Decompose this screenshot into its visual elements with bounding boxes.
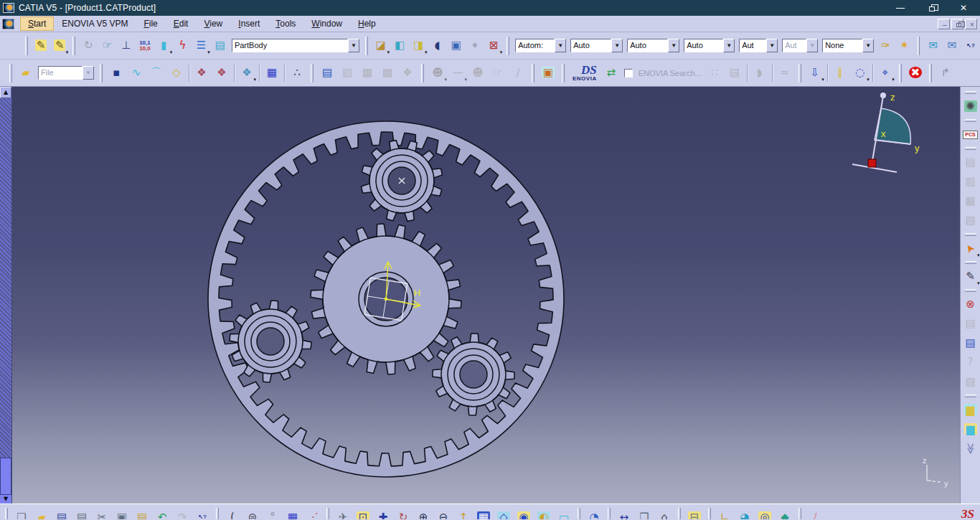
seat-icon[interactable]: ◆ [776, 508, 794, 519]
list-view-icon[interactable]: ☰▾ [192, 36, 209, 55]
view-style-3-icon[interactable]: ◨▾ [410, 36, 427, 55]
toolbar-grip[interactable] [311, 64, 314, 82]
redo-icon[interactable]: ↷ [173, 508, 192, 519]
telephone-dial-icon[interactable]: ⊜ [243, 508, 262, 519]
toolbar-grip[interactable] [965, 233, 976, 236]
gray-tool-2-icon[interactable]: ▩ [358, 63, 377, 82]
toolbar-grip[interactable] [100, 64, 103, 82]
auto-combo-5[interactable]: Aut▼ [739, 39, 778, 52]
toolbar-grip[interactable] [421, 64, 424, 82]
file-combo-arrow[interactable]: ▼ [83, 66, 94, 80]
dropdown-arrow-icon[interactable]: ▾ [892, 77, 895, 82]
none-combo-value[interactable]: None [822, 39, 862, 52]
toolbar-grip[interactable] [365, 37, 368, 55]
partbody-combo-value[interactable]: PartBody [232, 39, 348, 52]
left-scrollbar[interactable]: ▲ ▼ [0, 87, 12, 504]
clipboard-icon[interactable]: ⊟ [685, 508, 704, 519]
toolbar-grip[interactable] [507, 37, 509, 55]
none-combo-arrow[interactable]: ▼ [862, 39, 874, 52]
doc-gray-1-icon[interactable]: ▤ [961, 153, 980, 172]
zoom-in-icon[interactable]: ⊕ [414, 508, 433, 519]
section-planes-icon[interactable]: ∥ [831, 63, 849, 82]
file-combo-value[interactable]: File [38, 66, 83, 80]
paintbrush-icon[interactable]: ✑ [877, 36, 894, 55]
more-chevron-icon[interactable]: ≫ [961, 439, 980, 458]
manipulation-icon[interactable]: ☞ [98, 36, 116, 55]
dropdown-arrow-icon[interactable]: ▾ [444, 77, 447, 82]
lock-icon[interactable]: ⌂ [655, 508, 674, 519]
spline-icon[interactable]: ∿ [127, 63, 146, 82]
dropdown-arrow-icon[interactable]: ▾ [464, 77, 467, 82]
exit-session-icon[interactable]: ✖ [906, 63, 925, 82]
swoosh-icon[interactable]: ≈ [776, 63, 794, 82]
minimize-button[interactable]: — [894, 3, 907, 13]
doc-gray-2-icon[interactable]: ▥ [961, 172, 980, 192]
auto-combo-3-value[interactable]: Auto [627, 39, 668, 52]
gray-tool-4-icon[interactable]: ❖ [398, 63, 417, 82]
doc-close-button[interactable]: × [965, 19, 977, 29]
open-sketch-icon[interactable]: ✎▾ [51, 36, 68, 55]
gray-tool-3-icon[interactable]: ▩ [378, 63, 397, 82]
select-face-icon[interactable]: ❖ [192, 63, 211, 82]
gear-assembly[interactable]: H [12, 87, 960, 504]
form-editor-icon[interactable]: ▤ [318, 63, 336, 82]
toolbar-grip[interactable] [678, 508, 681, 519]
pcs-icon[interactable]: PCS [961, 125, 980, 144]
doc-minimize-button[interactable]: – [938, 19, 950, 29]
pad-icon[interactable]: ▮▾ [155, 36, 172, 55]
auto-combo-4-value[interactable]: Auto [684, 39, 723, 52]
point-icon[interactable]: ▪ [107, 63, 126, 82]
view-style-5-icon[interactable]: ▣ [448, 36, 465, 55]
auto-combo-6-arrow[interactable]: ▼ [806, 39, 818, 52]
head-icon[interactable]: ☻ [468, 63, 487, 82]
partbody-combo[interactable]: PartBody▼ [232, 39, 359, 52]
help-gray-icon[interactable]: ? [961, 353, 980, 372]
gear-icon[interactable]: ✺ [961, 97, 980, 116]
form-gray-icon[interactable]: ▤ [961, 314, 980, 334]
close-button[interactable]: ✕ [957, 3, 970, 13]
full-screen-icon[interactable]: ▭ [555, 508, 573, 519]
whats-this-icon[interactable]: ↖? [962, 36, 979, 55]
auto-combo-2-arrow[interactable]: ▼ [611, 39, 623, 52]
drop-pin-icon[interactable]: ⇩▾ [806, 63, 824, 82]
people-icon[interactable]: ☻▾ [428, 63, 447, 82]
save-icon[interactable]: ▤ [52, 508, 71, 519]
bounding-box-icon[interactable]: ⊠▾ [485, 36, 502, 55]
doc-gray-3-icon[interactable]: ▦ [961, 192, 980, 211]
view-style-1-icon[interactable]: ◪▾ [372, 36, 390, 55]
paste-icon[interactable]: ▤ [133, 508, 151, 519]
none-combo[interactable]: None▼ [822, 39, 874, 52]
auto-combo-6[interactable]: Aut▼ [782, 39, 818, 52]
auto-combo-2[interactable]: Auto▼ [570, 39, 623, 52]
auto-combo-1-arrow[interactable]: ▼ [555, 39, 566, 52]
toolbar-grip[interactable] [326, 508, 329, 519]
menu-item-enovia-v5-vpm[interactable]: ENOVIA V5 VPM [54, 16, 136, 31]
toolbar-grip[interactable] [965, 261, 976, 264]
select-arrow-icon[interactable]: ➤▾ [961, 239, 980, 258]
scatter-pick-icon[interactable]: ∴ [288, 63, 306, 82]
multi-view-icon[interactable]: ▦ [474, 508, 493, 519]
scroll-thumb[interactable] [0, 458, 11, 495]
dropdown-arrow-icon[interactable]: ▾ [387, 49, 390, 55]
pad-block-icon[interactable]: ▆ [961, 400, 980, 420]
eraser-icon[interactable]: ◗ [750, 63, 769, 82]
auto-combo-3[interactable]: Auto▼ [627, 39, 679, 52]
dropdown-arrow-icon[interactable]: ▾ [170, 49, 173, 55]
file-combo[interactable]: File▼ [38, 66, 94, 80]
toolbar-grip[interactable] [25, 37, 28, 55]
auto-combo-5-arrow[interactable]: ▼ [766, 39, 778, 52]
sketch-origin-point[interactable] [385, 298, 387, 301]
constraint-icon[interactable]: ϟ [174, 36, 191, 55]
dropdown-arrow-icon[interactable]: ▾ [977, 280, 980, 286]
planet-gear-3-bore[interactable] [460, 361, 487, 388]
multi-pad-icon[interactable]: ▆ [961, 420, 980, 439]
measure-icon[interactable]: ⋰ [303, 508, 322, 519]
dropdown-arrow-icon[interactable]: ▾ [500, 49, 503, 55]
auto-combo-5-value[interactable]: Aut [739, 39, 766, 52]
dotted-circle-icon[interactable]: ◌▾ [851, 63, 870, 82]
dropdown-arrow-icon[interactable]: ▾ [253, 77, 256, 82]
grid-pick-icon[interactable]: ▦ [263, 63, 281, 82]
scroll-down-button[interactable]: ▼ [0, 495, 11, 504]
mail-multiple-icon[interactable]: ✉ [943, 36, 961, 55]
target-icon[interactable]: ⌖ [466, 36, 484, 55]
